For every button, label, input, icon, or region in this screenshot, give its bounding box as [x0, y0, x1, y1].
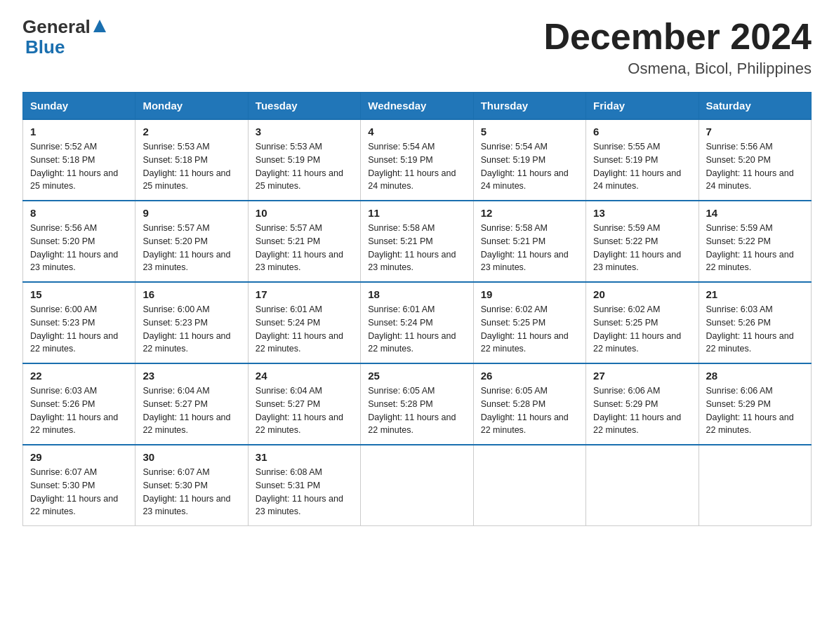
col-monday: Monday	[135, 93, 248, 120]
table-row: 29Sunrise: 6:07 AMSunset: 5:30 PMDayligh…	[23, 445, 135, 526]
day-info: Sunrise: 5:57 AMSunset: 5:20 PMDaylight:…	[143, 222, 240, 274]
day-number: 13	[593, 207, 691, 219]
day-info: Sunrise: 6:07 AMSunset: 5:30 PMDaylight:…	[143, 466, 240, 518]
day-info: Sunrise: 5:58 AMSunset: 5:21 PMDaylight:…	[368, 222, 465, 274]
table-row	[699, 445, 811, 526]
title-block: December 2024 Osmena, Bicol, Philippines	[543, 17, 812, 78]
day-info: Sunrise: 6:06 AMSunset: 5:29 PMDaylight:…	[706, 384, 804, 437]
day-number: 6	[593, 126, 691, 137]
logo-blue: Blue	[25, 36, 65, 58]
location-subtitle: Osmena, Bicol, Philippines	[543, 60, 812, 78]
logo-general: General	[22, 17, 91, 37]
table-row: 8Sunrise: 5:56 AMSunset: 5:20 PMDaylight…	[23, 201, 135, 282]
table-row: 3Sunrise: 5:53 AMSunset: 5:19 PMDaylight…	[248, 119, 360, 201]
day-number: 17	[256, 288, 353, 300]
table-row: 28Sunrise: 6:06 AMSunset: 5:29 PMDayligh…	[699, 363, 811, 445]
day-info: Sunrise: 5:59 AMSunset: 5:22 PMDaylight:…	[706, 222, 804, 274]
day-number: 1	[30, 126, 128, 137]
day-number: 7	[706, 126, 804, 137]
day-info: Sunrise: 6:07 AMSunset: 5:30 PMDaylight:…	[30, 466, 128, 518]
table-row: 11Sunrise: 5:58 AMSunset: 5:21 PMDayligh…	[361, 201, 473, 282]
table-row: 16Sunrise: 6:00 AMSunset: 5:23 PMDayligh…	[135, 282, 248, 363]
table-row	[361, 445, 473, 526]
day-info: Sunrise: 5:52 AMSunset: 5:18 PMDaylight:…	[30, 140, 128, 193]
day-info: Sunrise: 6:04 AMSunset: 5:27 PMDaylight:…	[143, 384, 240, 437]
col-saturday: Saturday	[699, 93, 811, 120]
col-thursday: Thursday	[473, 93, 585, 120]
table-row: 18Sunrise: 6:01 AMSunset: 5:24 PMDayligh…	[361, 282, 473, 363]
table-row: 27Sunrise: 6:06 AMSunset: 5:29 PMDayligh…	[586, 363, 699, 445]
day-info: Sunrise: 5:54 AMSunset: 5:19 PMDaylight:…	[481, 140, 578, 193]
day-number: 30	[143, 451, 240, 463]
table-row: 4Sunrise: 5:54 AMSunset: 5:19 PMDaylight…	[361, 119, 473, 201]
calendar-header-row: Sunday Monday Tuesday Wednesday Thursday…	[23, 93, 812, 120]
day-number: 23	[143, 370, 240, 382]
day-number: 26	[481, 370, 578, 382]
day-number: 12	[481, 207, 578, 219]
day-number: 25	[368, 370, 465, 382]
table-row: 21Sunrise: 6:03 AMSunset: 5:26 PMDayligh…	[699, 282, 811, 363]
day-number: 27	[593, 370, 691, 382]
day-number: 2	[143, 126, 240, 137]
table-row: 17Sunrise: 6:01 AMSunset: 5:24 PMDayligh…	[248, 282, 360, 363]
calendar-week-row: 22Sunrise: 6:03 AMSunset: 5:26 PMDayligh…	[23, 363, 812, 445]
table-row	[473, 445, 585, 526]
calendar-week-row: 8Sunrise: 5:56 AMSunset: 5:20 PMDaylight…	[23, 201, 812, 282]
table-row: 7Sunrise: 5:56 AMSunset: 5:20 PMDaylight…	[699, 119, 811, 201]
table-row: 30Sunrise: 6:07 AMSunset: 5:30 PMDayligh…	[135, 445, 248, 526]
table-row: 1Sunrise: 5:52 AMSunset: 5:18 PMDaylight…	[23, 119, 135, 201]
day-info: Sunrise: 5:57 AMSunset: 5:21 PMDaylight:…	[256, 222, 353, 274]
day-info: Sunrise: 5:53 AMSunset: 5:18 PMDaylight:…	[143, 140, 240, 193]
table-row	[586, 445, 699, 526]
table-row: 20Sunrise: 6:02 AMSunset: 5:25 PMDayligh…	[586, 282, 699, 363]
day-number: 19	[481, 288, 578, 300]
day-info: Sunrise: 6:02 AMSunset: 5:25 PMDaylight:…	[481, 303, 578, 356]
day-info: Sunrise: 5:56 AMSunset: 5:20 PMDaylight:…	[30, 222, 128, 274]
day-info: Sunrise: 6:04 AMSunset: 5:27 PMDaylight:…	[256, 384, 353, 437]
svg-marker-0	[93, 20, 106, 32]
table-row: 25Sunrise: 6:05 AMSunset: 5:28 PMDayligh…	[361, 363, 473, 445]
day-info: Sunrise: 6:01 AMSunset: 5:24 PMDaylight:…	[368, 303, 465, 356]
day-info: Sunrise: 6:06 AMSunset: 5:29 PMDaylight:…	[593, 384, 691, 437]
day-number: 31	[256, 451, 353, 463]
day-number: 9	[143, 207, 240, 219]
day-number: 10	[256, 207, 353, 219]
table-row: 14Sunrise: 5:59 AMSunset: 5:22 PMDayligh…	[699, 201, 811, 282]
table-row: 22Sunrise: 6:03 AMSunset: 5:26 PMDayligh…	[23, 363, 135, 445]
day-number: 21	[706, 288, 804, 300]
table-row: 6Sunrise: 5:55 AMSunset: 5:19 PMDaylight…	[586, 119, 699, 201]
month-title: December 2024	[543, 17, 812, 57]
day-number: 4	[368, 126, 465, 137]
table-row: 15Sunrise: 6:00 AMSunset: 5:23 PMDayligh…	[23, 282, 135, 363]
day-info: Sunrise: 6:00 AMSunset: 5:23 PMDaylight:…	[143, 303, 240, 356]
day-info: Sunrise: 6:05 AMSunset: 5:28 PMDaylight:…	[368, 384, 465, 437]
page-header: General Blue December 2024 Osmena, Bicol…	[22, 17, 812, 78]
table-row: 9Sunrise: 5:57 AMSunset: 5:20 PMDaylight…	[135, 201, 248, 282]
day-info: Sunrise: 6:02 AMSunset: 5:25 PMDaylight:…	[593, 303, 691, 356]
logo-triangle-icon	[92, 18, 107, 34]
day-info: Sunrise: 5:58 AMSunset: 5:21 PMDaylight:…	[481, 222, 578, 274]
table-row: 19Sunrise: 6:02 AMSunset: 5:25 PMDayligh…	[473, 282, 585, 363]
day-info: Sunrise: 6:03 AMSunset: 5:26 PMDaylight:…	[706, 303, 804, 356]
day-number: 14	[706, 207, 804, 219]
table-row: 5Sunrise: 5:54 AMSunset: 5:19 PMDaylight…	[473, 119, 585, 201]
day-number: 15	[30, 288, 128, 300]
day-number: 20	[593, 288, 691, 300]
col-tuesday: Tuesday	[248, 93, 360, 120]
table-row: 12Sunrise: 5:58 AMSunset: 5:21 PMDayligh…	[473, 201, 585, 282]
day-number: 5	[481, 126, 578, 137]
day-info: Sunrise: 6:05 AMSunset: 5:28 PMDaylight:…	[481, 384, 578, 437]
day-info: Sunrise: 5:53 AMSunset: 5:19 PMDaylight:…	[256, 140, 353, 193]
calendar-week-row: 15Sunrise: 6:00 AMSunset: 5:23 PMDayligh…	[23, 282, 812, 363]
day-info: Sunrise: 5:56 AMSunset: 5:20 PMDaylight:…	[706, 140, 804, 193]
day-info: Sunrise: 6:00 AMSunset: 5:23 PMDaylight:…	[30, 303, 128, 356]
col-friday: Friday	[586, 93, 699, 120]
table-row: 2Sunrise: 5:53 AMSunset: 5:18 PMDaylight…	[135, 119, 248, 201]
calendar-week-row: 1Sunrise: 5:52 AMSunset: 5:18 PMDaylight…	[23, 119, 812, 201]
day-info: Sunrise: 5:55 AMSunset: 5:19 PMDaylight:…	[593, 140, 691, 193]
day-number: 29	[30, 451, 128, 463]
day-number: 24	[256, 370, 353, 382]
day-number: 22	[30, 370, 128, 382]
logo: General Blue	[22, 17, 107, 57]
calendar-table: Sunday Monday Tuesday Wednesday Thursday…	[22, 92, 812, 526]
